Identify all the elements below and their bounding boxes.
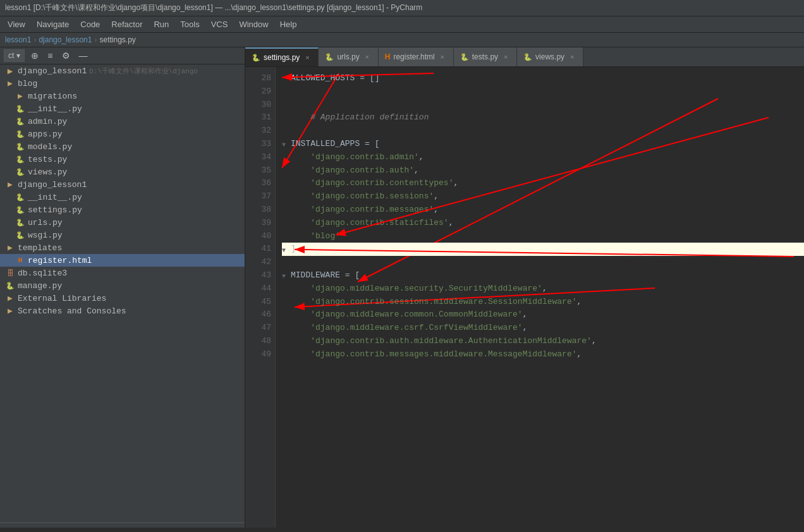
tree-item-models-py[interactable]: 🐍models.py [0,140,245,153]
sidebar-scrollbar[interactable] [0,523,245,528]
code-line-38: 'django.contrib.messages', [282,203,804,217]
menu-item-window[interactable]: Window [234,18,273,31]
tab-settings-py[interactable]: 🐍settings.py× [245,47,319,66]
code-token: 'django.middleware.csrf.CsrfViewMiddlewa… [310,322,522,335]
tree-item-django-lesson1[interactable]: ▶django_lesson1 [0,178,245,191]
tree-item-label: urls.py [28,218,63,227]
breadcrumb-item-2[interactable]: settings.py [99,35,135,44]
breadcrumb-item-1[interactable]: django_lesson1 [39,35,92,44]
file-icon: 🐍 [15,205,25,215]
code-editor[interactable]: 2829303132333435363738394041424344454647… [245,67,804,528]
menu-item-code[interactable]: Code [75,18,105,31]
project-dropdown[interactable]: ct ▾ [4,49,25,62]
tree-item-templates[interactable]: ▶templates [0,241,245,254]
code-line-31: # Application definition [282,111,804,124]
tree-item-settings-py[interactable]: 🐍settings.py [0,203,245,216]
code-token: 'django.middleware.common.CommonMiddlewa… [310,308,522,322]
code-line-39: 'django.contrib.staticfiles', [282,217,804,230]
code-token: 'django.contrib.auth.middleware.Authenti… [310,335,592,348]
code-token: 'django.contrib.sessions.middleware.Sess… [310,296,576,309]
code-token: # Application definition [291,111,429,124]
tree-item---init---py[interactable]: 🐍__init__.py [0,191,245,203]
tree-item-register-html[interactable]: Hregister.html [0,254,245,267]
tree-item-label: models.py [28,142,72,152]
code-token [291,230,310,243]
code-line-40: 'blog' [282,230,804,243]
line-number-28: 28 [250,72,271,85]
tree-item-admin-py[interactable]: 🐍admin.py [0,115,245,128]
tree-item-label: django_lesson1 [18,180,87,190]
code-token [291,164,310,178]
settings-icon[interactable]: ⚙ [59,49,73,62]
fold-spacer [282,219,289,227]
code-line-46: 'django.middleware.common.CommonMiddlewa… [282,308,804,322]
tab-close-button[interactable]: × [501,52,510,61]
tab-urls-py[interactable]: 🐍urls.py× [319,47,378,66]
line-number-29: 29 [250,85,271,99]
tree-item-tests-py[interactable]: 🐍tests.py [0,153,245,166]
fold-icon[interactable]: ▼ [282,140,289,148]
menu-item-run[interactable]: Run [149,18,174,31]
tree-item---init---py[interactable]: 🐍__init__.py [0,102,245,115]
fold-spacer [282,154,289,161]
tree-item-db-sqlite3[interactable]: 🗄db.sqlite3 [0,267,245,279]
tab-views-py[interactable]: 🐍views.py× [517,47,583,66]
tree-item-label: views.py [28,167,67,177]
code-content[interactable]: ALLOWED_HOSTS = [] # Application definit… [276,67,804,528]
fold-spacer [282,114,289,122]
tree-item-label: apps.py [28,130,63,139]
sidebar-toolbar: ct ▾ ⊕ ≡ ⚙ — [0,47,245,64]
tab-close-button[interactable]: × [303,53,312,62]
menu-item-navigate[interactable]: Navigate [32,18,74,31]
minimize-icon[interactable]: — [76,49,90,62]
tree-item-External-Libraries[interactable]: ▶External Libraries [0,292,245,305]
tree-item-views-py[interactable]: 🐍views.py [0,166,245,178]
tab-close-button[interactable]: × [363,52,372,61]
tree-item-urls-py[interactable]: 🐍urls.py [0,216,245,229]
tab-close-button[interactable]: × [568,52,576,61]
code-line-44: 'django.middleware.security.SecurityMidd… [282,282,804,296]
fold-icon[interactable]: ▼ [282,246,289,253]
fold-spacer [282,233,289,240]
tab-register-html[interactable]: Hregister.html× [379,47,454,66]
code-line-29 [282,85,804,99]
code-token: , [577,296,582,309]
add-icon[interactable]: ⊕ [28,49,41,62]
code-token: 'django.contrib.auth' [310,164,414,178]
fold-spacer [282,351,289,358]
tree-item-blog[interactable]: ▶blog [0,77,245,90]
code-line-47: 'django.middleware.csrf.CsrfViewMiddlewa… [282,322,804,335]
tab-close-button[interactable]: × [438,52,447,61]
code-token: , [414,164,419,178]
tree-root-item[interactable]: ▶ django_lesson1 D:\千峰文件\课程和作业\django [0,64,245,77]
tree-item-label: manage.py [18,281,62,291]
tab-label: register.html [393,52,434,61]
tree-item-migrations[interactable]: ▶migrations [0,90,245,102]
line-number-41: 41 [250,243,271,256]
code-token: 'django.contrib.messages.middleware.Mess… [310,348,576,361]
file-icon: 🐍 [15,167,25,177]
menu-item-vcs[interactable]: VCS [206,18,233,31]
code-token: [ [370,72,375,85]
menu-bar: ViewNavigateCodeRefactorRunToolsVCSWindo… [0,16,804,33]
tree-item-label: templates [18,243,62,253]
tab-tests-py[interactable]: 🐍tests.py× [454,47,517,66]
menu-item-tools[interactable]: Tools [175,18,204,31]
line-number-43: 43 [250,269,271,282]
code-token: , [592,335,597,348]
menu-item-refactor[interactable]: Refactor [106,18,147,31]
code-token: 'django.contrib.messages' [310,203,434,217]
tree-item-manage-py[interactable]: 🐍manage.py [0,279,245,292]
breadcrumb: lesson1›django_lesson1›settings.py [0,33,804,47]
fold-spacer [282,180,289,188]
collapse-all-icon[interactable]: ≡ [45,49,55,62]
menu-item-view[interactable]: View [3,18,30,31]
line-number-46: 46 [250,308,271,322]
breadcrumb-item-0[interactable]: lesson1 [5,35,31,44]
tree-item-wsgi-py[interactable]: 🐍wsgi.py [0,229,245,241]
tree-item-apps-py[interactable]: 🐍apps.py [0,128,245,140]
file-icon: ▶ [5,78,15,88]
menu-item-help[interactable]: Help [275,18,302,31]
fold-icon[interactable]: ▼ [282,272,289,279]
tree-item-Scratches-and-Consoles[interactable]: ▶Scratches and Consoles [0,305,245,317]
